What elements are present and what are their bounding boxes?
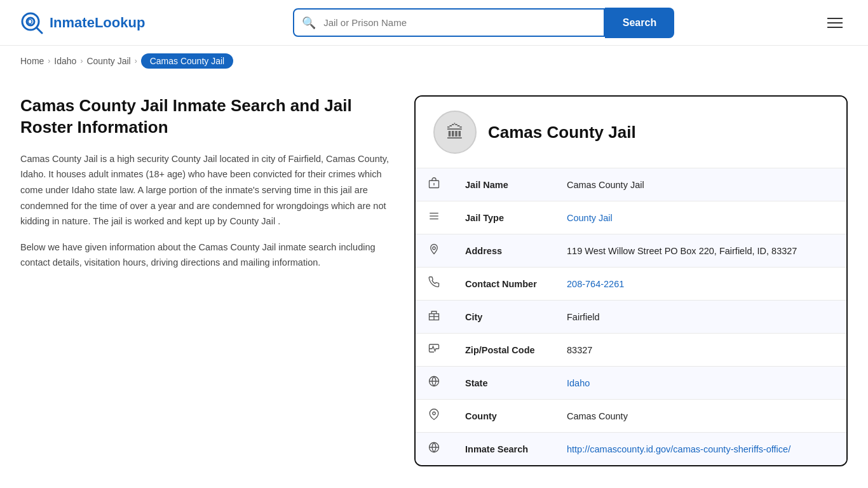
breadcrumb-state[interactable]: Idaho: [54, 56, 76, 66]
hamburger-line-2: [827, 22, 843, 24]
card-title: Camas County Jail: [488, 123, 636, 142]
row-value[interactable]: Idaho: [554, 367, 846, 400]
logo-text: InmateLookup: [50, 15, 145, 31]
info-table: Jail NameCamas County JailJail TypeCount…: [416, 168, 846, 465]
table-row: Zip/Postal Code83327: [416, 334, 846, 367]
row-icon: [416, 400, 452, 433]
table-row: CountyCamas County: [416, 400, 846, 433]
row-value: 83327: [554, 334, 846, 367]
table-row: Address119 West Willow Street PO Box 220…: [416, 234, 846, 268]
breadcrumb-sep-2: ›: [80, 57, 83, 65]
svg-point-9: [433, 247, 436, 250]
breadcrumb: Home › Idaho › County Jail › Camas Count…: [0, 46, 868, 76]
row-value[interactable]: http://camascounty.id.gov/camas-county-s…: [554, 433, 846, 466]
table-row: StateIdaho: [416, 367, 846, 400]
row-icon: [416, 334, 452, 367]
row-icon: [416, 168, 452, 201]
svg-line-2: [37, 28, 42, 33]
row-label: Jail Name: [452, 168, 554, 201]
row-icon: [416, 268, 452, 301]
search-wrapper: 🔍: [293, 8, 605, 37]
svg-point-15: [433, 412, 436, 415]
breadcrumb-sep-3: ›: [135, 57, 137, 65]
svg-text:Q: Q: [27, 18, 33, 25]
table-row: CityFairfield: [416, 301, 846, 334]
table-row: Jail NameCamas County Jail: [416, 168, 846, 201]
table-row: Jail TypeCounty Jail: [416, 201, 846, 234]
table-row: Contact Number208-764-2261: [416, 268, 846, 301]
row-icon: [416, 234, 452, 268]
row-label: Address: [452, 234, 554, 268]
row-label: Jail Type: [452, 201, 554, 234]
search-icon: 🔍: [294, 16, 323, 30]
breadcrumb-type[interactable]: County Jail: [86, 56, 130, 66]
row-label: Inmate Search: [452, 433, 554, 466]
row-icon: [416, 367, 452, 400]
row-icon: [416, 201, 452, 234]
row-label: Contact Number: [452, 268, 554, 301]
row-value: 119 West Willow Street PO Box 220, Fairf…: [554, 234, 846, 268]
info-card: 🏛 Camas County Jail Jail NameCamas Count…: [414, 95, 848, 466]
row-label: County: [452, 400, 554, 433]
description-para-1: Camas County Jail is a high security Cou…: [20, 151, 389, 229]
row-value: Fairfield: [554, 301, 846, 334]
row-value: Camas County Jail: [554, 168, 846, 201]
search-button[interactable]: Search: [605, 8, 674, 38]
breadcrumb-current: Camas County Jail: [141, 53, 234, 69]
description-para-2: Below we have given information about th…: [20, 240, 389, 271]
hamburger-line-1: [827, 18, 843, 19]
row-icon: [416, 301, 452, 334]
search-input[interactable]: [323, 10, 604, 36]
hamburger-menu-button[interactable]: [822, 13, 848, 33]
row-label: Zip/Postal Code: [452, 334, 554, 367]
search-area: 🔍 Search: [293, 8, 674, 38]
row-value: Camas County: [554, 400, 846, 433]
breadcrumb-home[interactable]: Home: [20, 56, 44, 66]
row-label: City: [452, 301, 554, 334]
row-icon: [416, 433, 452, 466]
row-value[interactable]: 208-764-2261: [554, 268, 846, 301]
left-panel: Camas County Jail Inmate Search and Jail…: [20, 95, 414, 281]
table-row: Inmate Searchhttp://camascounty.id.gov/c…: [416, 433, 846, 466]
breadcrumb-sep-1: ›: [48, 57, 50, 65]
jail-avatar: 🏛: [433, 111, 477, 154]
header: Q InmateLookup 🔍 Search: [0, 0, 868, 46]
logo: Q InmateLookup: [20, 11, 145, 34]
page-title: Camas County Jail Inmate Search and Jail…: [20, 95, 389, 139]
card-header: 🏛 Camas County Jail: [416, 97, 846, 168]
row-label: State: [452, 367, 554, 400]
row-value[interactable]: County Jail: [554, 201, 846, 234]
hamburger-line-3: [827, 27, 843, 28]
logo-icon: Q: [20, 11, 43, 34]
main-content: Camas County Jail Inmate Search and Jail…: [0, 76, 868, 488]
